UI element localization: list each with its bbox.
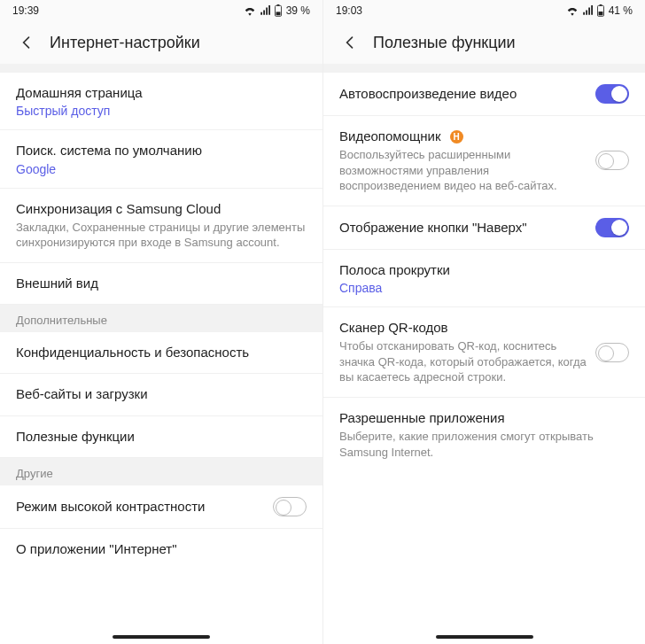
row-title: Веб-сайты и загрузки: [16, 385, 307, 403]
row-title: Домашняя страница: [16, 84, 307, 102]
wifi-icon: [244, 5, 256, 16]
row-title: Синхронизация с Samsung Cloud: [16, 200, 307, 218]
status-icons: 41 %: [566, 4, 633, 17]
header: Полезные функции: [323, 21, 645, 64]
row-title: Автовоспроизведение видео: [339, 85, 587, 103]
page-title: Полезные функции: [373, 34, 516, 52]
row-value: Справа: [339, 281, 629, 295]
status-battery: 41 %: [609, 4, 633, 17]
row-video-assistant[interactable]: Видеопомощник Н Воспользуйтесь расширенн…: [323, 116, 645, 206]
home-indicator[interactable]: [436, 635, 533, 639]
row-samsung-cloud-sync[interactable]: Синхронизация с Samsung Cloud Закладки, …: [0, 189, 322, 263]
row-value: Google: [16, 162, 307, 176]
back-button[interactable]: [336, 28, 364, 57]
row-title: Режим высокой контрастности: [16, 498, 264, 516]
row-autoplay-video[interactable]: Автовоспроизведение видео: [323, 73, 645, 116]
row-qr-scanner[interactable]: Сканер QR-кодов Чтобы отсканировать QR-к…: [323, 307, 645, 398]
row-home-page[interactable]: Домашняя страница Быстрый доступ: [0, 73, 322, 130]
row-subtitle: Выберите, какие приложения смогут открыв…: [339, 429, 629, 460]
row-allowed-apps[interactable]: Разрешенные приложения Выберите, какие п…: [323, 398, 645, 471]
row-title: Полезные функции: [16, 428, 307, 446]
svg-rect-2: [276, 12, 280, 15]
home-indicator[interactable]: [113, 635, 210, 639]
status-time: 19:39: [12, 4, 39, 17]
row-go-to-top-button[interactable]: Отображение кнопки "Наверх": [323, 206, 645, 250]
row-appearance[interactable]: Внешний вид: [0, 263, 322, 305]
row-title: Разрешенные приложения: [339, 409, 629, 427]
screen-useful-features: 19:03 41 % Полезные функции Автовоспроиз…: [322, 0, 645, 644]
new-badge-icon: Н: [450, 130, 463, 144]
svg-rect-5: [598, 12, 602, 15]
status-bar: 19:03 41 %: [323, 0, 645, 21]
row-privacy-security[interactable]: Конфиденциальность и безопасность: [0, 332, 322, 374]
row-default-search[interactable]: Поиск. система по умолчанию Google: [0, 130, 322, 188]
signal-icon: [260, 5, 270, 16]
battery-icon: [596, 4, 605, 17]
status-time: 19:03: [336, 4, 362, 17]
settings-list: Домашняя страница Быстрый доступ Поиск. …: [0, 64, 322, 644]
status-bar: 19:39 39 %: [0, 0, 322, 21]
toggle-qr-scanner[interactable]: [595, 343, 629, 362]
row-title: Отображение кнопки "Наверх": [339, 219, 587, 237]
row-sites-downloads[interactable]: Веб-сайты и загрузки: [0, 374, 322, 415]
row-high-contrast[interactable]: Режим высокой контрастности: [0, 485, 322, 529]
row-title: Поиск. система по умолчанию: [16, 142, 307, 159]
svg-rect-4: [599, 4, 602, 5]
row-subtitle: Закладки, Сохраненные страницы и другие …: [16, 220, 307, 251]
features-list: Автовоспроизведение видео Видеопомощник …: [323, 64, 645, 644]
row-scrollbar[interactable]: Полоса прокрутки Справа: [323, 250, 645, 307]
section-additional: Дополнительные: [0, 305, 322, 332]
header: Интернет-настройки: [0, 21, 322, 64]
row-subtitle: Воспользуйтесь расширенными возможностям…: [339, 147, 587, 194]
battery-icon: [274, 4, 283, 17]
status-battery: 39 %: [286, 4, 310, 17]
row-title: Конфиденциальность и безопасность: [16, 344, 307, 361]
wifi-icon: [566, 5, 579, 16]
row-title: Внешний вид: [16, 275, 307, 292]
svg-rect-1: [276, 4, 279, 5]
row-about[interactable]: О приложении "Интернет": [0, 529, 322, 570]
signal-icon: [582, 5, 593, 16]
chevron-left-icon: [341, 34, 359, 51]
row-title: Видеопомощник Н: [339, 128, 587, 145]
toggle-go-to-top[interactable]: [595, 218, 629, 237]
screen-internet-settings: 19:39 39 % Интернет-настройки Домашняя с…: [0, 0, 322, 644]
back-button[interactable]: [12, 28, 41, 57]
row-value: Быстрый доступ: [16, 104, 307, 118]
row-title: Полоса прокрутки: [339, 261, 629, 279]
status-icons: 39 %: [244, 4, 310, 17]
chevron-left-icon: [18, 34, 35, 51]
toggle-high-contrast[interactable]: [273, 497, 307, 516]
row-subtitle: Чтобы отсканировать QR-код, коснитесь зн…: [339, 338, 587, 385]
row-title: Сканер QR-кодов: [339, 319, 587, 337]
section-other: Другие: [0, 458, 322, 485]
toggle-autoplay[interactable]: [595, 84, 629, 104]
toggle-video-assistant[interactable]: [595, 151, 629, 170]
page-title: Интернет-настройки: [50, 34, 200, 52]
row-title: О приложении "Интернет": [16, 540, 307, 558]
row-useful-features[interactable]: Полезные функции: [0, 416, 322, 458]
